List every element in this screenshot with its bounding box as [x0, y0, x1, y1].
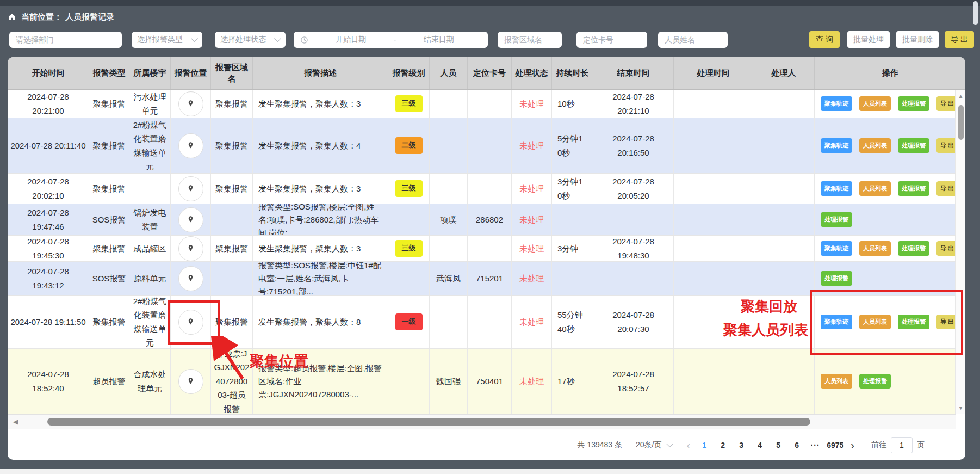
horizontal-scrollbar-thumb[interactable] — [47, 418, 810, 426]
scroll-down-icon[interactable]: ▼ — [956, 405, 965, 411]
action-button-export[interactable]: 导 出 — [936, 138, 956, 153]
location-pin-icon[interactable] — [178, 236, 203, 261]
action-button-export[interactable]: 导 出 — [936, 241, 956, 256]
vertical-scrollbar-thumb[interactable] — [958, 105, 964, 140]
alarm-records-panel: 开始时间报警类型所属楼宇报警位置报警区域名报警描述报警级别人员定位卡号处理状态持… — [8, 57, 965, 460]
horizontal-scrollbar[interactable]: ◀ — [8, 414, 956, 429]
table-row: 2024-07-28 20:11:40聚集报警2#粉煤气化装置磨煤输送单元聚集报… — [8, 118, 956, 174]
cell-level — [388, 262, 430, 295]
column-header-process_time: 处理时间 — [674, 57, 753, 89]
table-row: 2024-07-28 18:52:40超员报警合成水处理单元作业票:JGJXN2… — [8, 349, 956, 414]
cell-process_time — [674, 118, 753, 173]
page-numbers: 123456···6975 — [697, 441, 843, 450]
cell-description: 发生聚集报警，聚集人数：3 — [253, 90, 388, 118]
cell-start_time: 2024-07-28 20:21:00 — [8, 90, 89, 118]
start-date-placeholder: 开始日期 — [308, 35, 394, 45]
location-pin-icon[interactable] — [178, 133, 203, 158]
query-button[interactable]: 查 询 — [809, 31, 840, 48]
action-button-personList[interactable]: 人员列表 — [859, 315, 891, 329]
batch-process-button[interactable]: 批量处理 — [847, 31, 890, 48]
location-pin-icon[interactable] — [178, 310, 203, 335]
vertical-scrollbar[interactable]: ▲ ▼ — [956, 90, 965, 414]
action-button-process[interactable]: 处理报警 — [859, 374, 891, 389]
action-button-personList[interactable]: 人员列表 — [821, 374, 852, 389]
date-range-picker[interactable]: 开始日期 - 结束日期 — [294, 32, 488, 48]
status-text: 未处理 — [519, 315, 544, 329]
column-header-duration: 持续时长 — [552, 57, 593, 89]
status-text: 未处理 — [519, 97, 544, 111]
location-pin-icon[interactable] — [178, 369, 203, 394]
cell-description: 报警类型:超员报警,楼层:全图,报警区域名:作业票:JGJXN202407280… — [253, 349, 388, 414]
action-button-track[interactable]: 聚集轨迹 — [821, 96, 852, 111]
cell-location — [171, 349, 211, 414]
chevron-down-icon — [274, 35, 281, 42]
cell-building: 原料单元 — [129, 262, 171, 295]
action-button-process[interactable]: 处理报警 — [898, 241, 929, 256]
action-button-export[interactable]: 导 出 — [936, 315, 956, 329]
export-button[interactable]: 导 出 — [945, 31, 974, 48]
page-scrollbar-thumb[interactable] — [973, 1, 978, 25]
page-number-5[interactable]: 5 — [771, 441, 785, 450]
location-pin-icon[interactable] — [178, 91, 203, 116]
process-status-select[interactable]: 选择处理状态 — [215, 32, 286, 48]
page-number-6975[interactable]: 6975 — [827, 441, 843, 450]
page-number-2[interactable]: 2 — [716, 441, 730, 450]
action-button-personList[interactable]: 人员列表 — [859, 96, 891, 111]
next-page-button[interactable]: › — [851, 439, 854, 452]
card-no-input[interactable] — [576, 32, 647, 48]
person-name-input[interactable] — [658, 32, 728, 48]
scroll-up-icon[interactable]: ▲ — [956, 93, 965, 99]
cell-card_no: 750401 — [468, 349, 512, 414]
cell-status: 未处理 — [512, 296, 552, 348]
cell-processor — [753, 90, 815, 118]
scroll-left-icon[interactable]: ◀ — [13, 418, 18, 426]
department-input[interactable] — [9, 32, 122, 48]
page-number-3[interactable]: 3 — [734, 441, 748, 450]
cell-level: 三级 — [388, 236, 430, 261]
cell-card_no — [468, 118, 512, 173]
action-button-track[interactable]: 聚集轨迹 — [821, 315, 852, 329]
action-button-export[interactable]: 导 出 — [936, 181, 956, 196]
action-button-track[interactable]: 聚集轨迹 — [821, 138, 852, 153]
action-button-export[interactable]: 导 出 — [936, 96, 956, 111]
cell-location — [171, 236, 211, 261]
column-header-description: 报警描述 — [253, 57, 388, 89]
action-button-track[interactable]: 聚集轨迹 — [821, 241, 852, 256]
cell-start_time: 2024-07-28 19:45:30 — [8, 236, 89, 261]
cell-location — [171, 90, 211, 118]
cell-end_time: 2024-07-28 20:07:30 — [593, 296, 674, 348]
level-badge: 一级 — [395, 313, 423, 330]
location-pin-icon[interactable] — [178, 176, 203, 201]
action-button-process[interactable]: 处理报警 — [821, 271, 852, 286]
batch-delete-button[interactable]: 批量删除 — [896, 31, 939, 48]
area-name-input[interactable] — [498, 32, 562, 48]
action-button-process[interactable]: 处理报警 — [898, 315, 929, 329]
level-badge: 三级 — [395, 180, 423, 196]
cell-end_time: 2024-07-28 19:48:30 — [593, 236, 674, 261]
cell-person: 魏国强 — [430, 349, 468, 414]
alarm-type-select[interactable]: 选择报警类型 — [132, 32, 202, 48]
page-number-4[interactable]: 4 — [753, 441, 767, 450]
prev-page-button[interactable]: ‹ — [687, 439, 691, 452]
action-button-process[interactable]: 处理报警 — [898, 138, 929, 153]
cell-building — [129, 174, 171, 204]
action-button-process[interactable]: 处理报警 — [898, 96, 929, 111]
action-button-track[interactable]: 聚集轨迹 — [821, 181, 852, 196]
table-header-row: 开始时间报警类型所属楼宇报警位置报警区域名报警描述报警级别人员定位卡号处理状态持… — [8, 57, 965, 90]
action-button-personList[interactable]: 人员列表 — [859, 241, 891, 256]
location-pin-icon[interactable] — [178, 207, 203, 232]
breadcrumb: 当前位置： 人员报警记录 — [8, 8, 114, 26]
action-button-process[interactable]: 处理报警 — [821, 212, 852, 227]
cell-duration: 3分钟10秒 — [552, 174, 593, 204]
page-number-1[interactable]: 1 — [697, 441, 711, 450]
goto-page-input[interactable] — [891, 437, 913, 453]
location-pin-icon[interactable] — [178, 266, 203, 291]
page-size-select[interactable]: 20条/页 — [636, 440, 672, 450]
action-button-personList[interactable]: 人员列表 — [859, 138, 891, 153]
cell-processor — [753, 118, 815, 173]
page-number-6[interactable]: 6 — [790, 441, 804, 450]
cell-person — [430, 236, 468, 261]
cell-person — [430, 296, 468, 348]
action-button-personList[interactable]: 人员列表 — [859, 181, 891, 196]
action-button-process[interactable]: 处理报警 — [898, 181, 929, 196]
